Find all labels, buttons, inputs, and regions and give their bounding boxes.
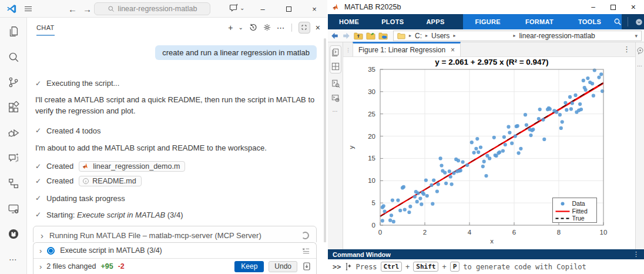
file-chip-readme[interactable]: README.md [79,176,141,186]
chevron-right-icon: › [39,247,42,255]
cloud-folder-icon[interactable] [378,32,388,40]
breadcrumb-item-drive[interactable]: C: [415,32,422,40]
chat-scrollbar[interactable] [324,38,326,242]
copilot-titlebar-button[interactable]: ⌄ [229,3,244,12]
more-actions-icon[interactable]: ⋯ [6,252,21,266]
close-panel-button[interactable]: × [316,24,320,32]
panel-layout-icon[interactable] [331,62,340,71]
back-button[interactable]: ← [68,4,77,14]
svg-text:30: 30 [368,88,375,95]
expand-chat-button[interactable] [298,22,310,34]
matlab-left-sidebar: ⋯ [328,42,343,249]
search-icon [613,18,622,26]
tab-plots[interactable]: PLOTS [370,14,415,29]
check-icon: ✓ [35,126,41,135]
breadcrumb-dropdown-icon[interactable]: ▾ [635,33,638,39]
undo-button[interactable]: Undo [269,261,297,272]
loading-spinner-icon [301,232,309,239]
breadcrumb-item-users[interactable]: Users [431,32,450,40]
todo-list-icon[interactable] [301,246,310,255]
svg-text:25: 25 [368,111,375,118]
command-center-search[interactable]: linear-regression-matlab [94,2,210,15]
more-actions-icon[interactable]: ⋯ [277,24,285,32]
command-window-menu-icon[interactable]: ⋮ [633,250,639,258]
forward-button[interactable] [342,32,351,40]
extensions-icon[interactable] [6,101,21,115]
drag-grip-icon[interactable]: ⋮ [346,47,351,53]
back-button[interactable] [330,32,339,40]
step-created-todos: ✓ Created 4 todos [33,126,317,135]
code-search-panel-icon[interactable] [331,79,340,88]
search-value: linear-regression-matlab [118,5,197,13]
more-panels-icon[interactable]: ⋯ [333,108,338,114]
breadcrumb-item-project[interactable]: linear-regression-matlab [519,32,595,40]
step-created-file-2: ✓ Created README.md [33,176,317,186]
figure-menu-icon[interactable]: ⋮ [623,45,630,54]
step-task-name: Execute script in MATLAB [77,210,165,219]
maximize-button[interactable] [611,5,616,10]
tab-tools[interactable]: TOOLS [566,14,613,29]
menu-icon[interactable] [24,4,33,14]
tab-format[interactable]: FORMAT [513,14,566,29]
copilot-chat-icon[interactable] [6,151,21,165]
up-folder-icon[interactable] [354,32,363,40]
close-button[interactable]: × [631,2,636,12]
matlab-window: MATLAB R2025b – × HOME PLOTS APPS FIGURE… [328,0,644,274]
divider [628,17,628,26]
remote-explorer-icon[interactable] [6,202,21,216]
todo-list-row[interactable]: › Execute script in MATLAB (3/4) [33,243,316,258]
files-changed-row[interactable]: › 2 files changed +95 -2 Keep Undo [33,258,316,274]
figure-tab-bar: ⋮ Figure 1: Linear Regression × ⋮ [343,42,635,57]
minimize-button[interactable]: – [250,0,276,18]
more-tools-icon[interactable]: ⋯ [637,63,643,69]
tab-chat[interactable]: CHAT [36,19,55,36]
view-changes-icon[interactable] [302,262,311,271]
browse-folder-icon[interactable] [366,32,375,40]
close-figure-icon[interactable]: × [451,46,455,54]
tab-apps[interactable]: APPS [415,14,455,29]
tab-figure-1[interactable]: Figure 1: Linear Regression × [353,42,461,56]
history-icon[interactable] [249,23,257,32]
references-icon[interactable] [6,176,21,191]
svg-text:4: 4 [468,229,472,236]
key-ctrl: Ctrl [381,262,402,272]
command-window-input[interactable]: >> Press Ctrl + Shift + P to generate co… [328,259,644,274]
prompt: >> [333,263,341,271]
svg-text:5: 5 [372,199,375,206]
run-debug-icon[interactable] [6,126,21,140]
close-button[interactable]: × [301,0,327,18]
gear-icon[interactable] [263,23,271,32]
svg-text:y = 2.061 + 2.975 x (R² = 0.: y = 2.061 + 2.975 x (R² = 0.947) [435,58,548,66]
toolstrip-search-button[interactable] [613,14,622,29]
user-account-icon[interactable] [635,18,643,26]
mcp-tool-call-box[interactable]: › Running Run MATLAB File – matlab-mcp-s… [33,226,317,242]
source-control-icon[interactable] [6,75,21,89]
breadcrumb-sep-icon: ▸ [453,33,455,38]
tab-home[interactable]: HOME [328,14,370,29]
step-label: Created [46,176,73,185]
matlab-copilot-icon[interactable] [636,47,644,55]
key-p: P [450,262,460,272]
svg-text:6: 6 [512,229,516,236]
check-icon: ✓ [35,162,41,171]
tab-figure[interactable]: FIGURE [463,14,513,29]
editor-panel-icon[interactable] [331,48,340,57]
markdown-file-icon [82,178,89,185]
search-icon[interactable] [6,50,21,64]
activity-bar: ⋯ [0,18,27,274]
minimize-button[interactable]: – [591,3,595,11]
command-window-header[interactable]: Command Window ⋮ [328,249,644,259]
command-window-title: Command Window [333,251,391,258]
vscode-window-controls: – × [250,0,327,18]
chat-footer: › Execute script in MATLAB (3/4) › 2 fil… [33,242,317,274]
command-history-panel-icon[interactable] [331,93,340,103]
breadcrumb[interactable]: ▸ C: ▸ Users ▸ ▸ linear-regression-matla… [393,31,642,41]
new-chat-button[interactable]: + [228,24,233,32]
explorer-icon[interactable] [6,25,21,39]
file-chip-matlab-script[interactable]: linear_regression_demo.m [79,161,185,172]
new-chat-dropdown-icon[interactable]: ⌄ [238,25,243,31]
maximize-button[interactable] [276,0,301,18]
keep-button[interactable]: Keep [234,261,264,272]
github-icon[interactable] [6,227,21,241]
forward-button[interactable]: → [83,4,92,14]
